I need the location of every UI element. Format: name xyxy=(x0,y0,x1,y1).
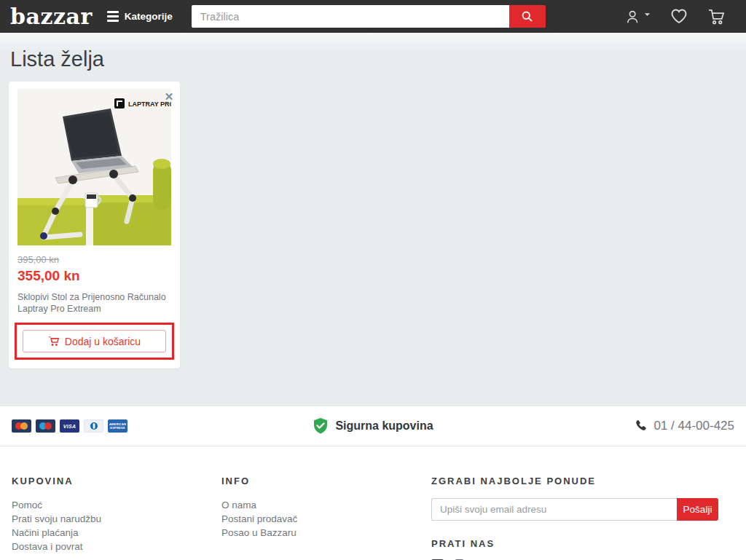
search-button[interactable] xyxy=(509,5,546,28)
payment-methods: VISA AMERICAN EXPRESS xyxy=(12,419,252,433)
wishlist-heart-icon[interactable] xyxy=(670,9,688,24)
hamburger-icon xyxy=(107,11,119,22)
diners-icon xyxy=(84,419,103,433)
follow-us-title: PRATI NAS xyxy=(431,538,718,549)
mastercard-icon xyxy=(12,419,31,433)
footer-column-kupovina: KUPOVINA Pomoć Prati svoju narudžbu Nači… xyxy=(12,476,221,560)
footer-newsletter: ZGRABI NAJBOLJE PONUDE Pošalji PRATI NAS xyxy=(431,476,718,560)
footer-link-nacini-placanja[interactable]: Načini plaćanja xyxy=(12,526,221,540)
add-to-cart-label: Dodaj u košaricu xyxy=(65,336,141,347)
bazzar-logo[interactable]: bazzar xyxy=(10,6,93,28)
phone-number: 01 / 44-00-425 xyxy=(653,419,734,433)
cart-icon xyxy=(48,336,60,347)
footer-link-postani-prodavac[interactable]: Postani prodavač xyxy=(221,512,431,526)
maestro-icon xyxy=(36,419,55,433)
visa-icon: VISA xyxy=(60,419,79,433)
categories-menu-button[interactable]: Kategorije xyxy=(107,11,173,22)
chevron-down-icon xyxy=(644,12,651,17)
footer-column-title: INFO xyxy=(221,476,431,486)
trust-bar: VISA AMERICAN EXPRESS Sigurna kupovina 0… xyxy=(0,406,746,446)
page-title: Lista želja xyxy=(10,47,737,71)
top-navigation-bar: bazzar Kategorije xyxy=(0,0,746,33)
header-actions xyxy=(625,9,736,25)
footer: KUPOVINA Pomoć Prati svoju narudžbu Nači… xyxy=(0,446,746,560)
secure-purchase-label: Sigurna kupovina xyxy=(335,419,433,433)
phone-icon xyxy=(635,419,648,433)
current-price: 355,00 kn xyxy=(17,268,171,284)
main-content: Lista želja ✕ xyxy=(0,33,746,406)
amex-icon: AMERICAN EXPRESS xyxy=(108,419,127,433)
annotation-highlight-box: Dodaj u košaricu xyxy=(15,323,174,360)
product-name: Sklopivi Stol za Prijenosno Računalo Lap… xyxy=(17,291,169,315)
account-icon[interactable] xyxy=(625,9,651,25)
footer-link-dostava[interactable]: Dostava i povrat xyxy=(12,540,221,553)
search-form xyxy=(192,5,546,28)
footer-link-posao[interactable]: Posao u Bazzaru xyxy=(221,526,431,540)
footer-link-o-nama[interactable]: O nama xyxy=(221,498,431,512)
footer-column-info: INFO O nama Postani prodavač Posao u Baz… xyxy=(221,476,431,560)
newsletter-title: ZGRABI NAJBOLJE PONUDE xyxy=(431,476,718,486)
old-price: 395,00 kn xyxy=(17,254,171,265)
newsletter-submit-button[interactable]: Pošalji xyxy=(677,498,718,521)
product-image: LAPTRAY PRO xyxy=(17,89,171,245)
newsletter-form: Pošalji xyxy=(431,498,718,521)
footer-link-pomoc[interactable]: Pomoć xyxy=(12,498,221,512)
wishlist-product-card: ✕ xyxy=(9,82,180,368)
remove-from-wishlist-icon[interactable]: ✕ xyxy=(162,90,176,103)
search-input[interactable] xyxy=(192,5,509,28)
footer-column-title: KUPOVINA xyxy=(12,476,221,486)
cart-icon[interactable] xyxy=(707,9,726,25)
add-to-cart-button[interactable]: Dodaj u košaricu xyxy=(23,330,166,352)
shield-check-icon xyxy=(313,417,329,435)
contact-phone: 01 / 44-00-425 xyxy=(494,419,734,433)
categories-label: Kategorije xyxy=(125,11,173,22)
footer-link-prati-narudzbu[interactable]: Prati svoju narudžbu xyxy=(12,512,221,526)
newsletter-email-input[interactable] xyxy=(431,498,677,521)
search-icon xyxy=(521,10,533,23)
secure-purchase: Sigurna kupovina xyxy=(252,417,494,435)
